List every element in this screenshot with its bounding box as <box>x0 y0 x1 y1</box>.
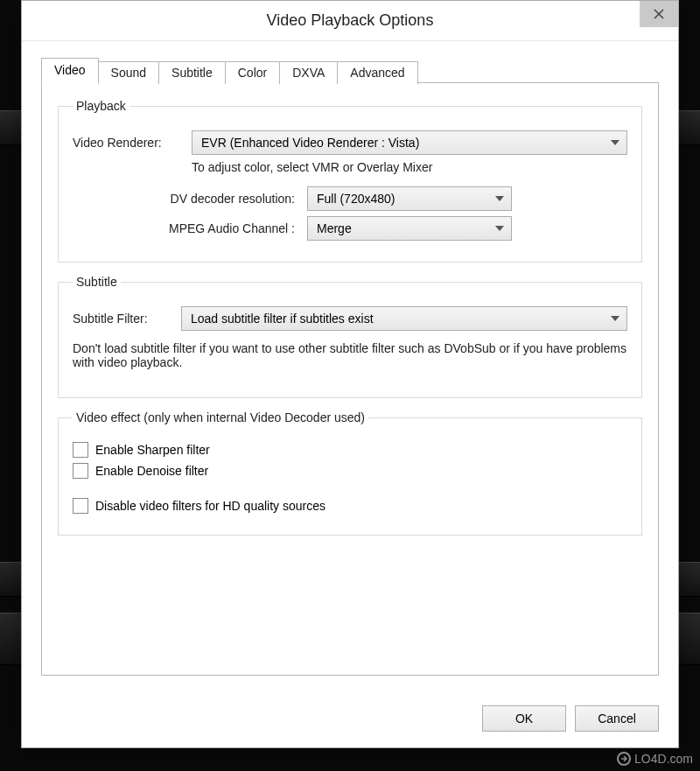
checkbox-label: Disable video filters for HD quality sou… <box>95 499 326 513</box>
titlebar: Video Playback Options <box>22 1 678 41</box>
group-playback: Playback Video Renderer: EVR (Enhanced V… <box>58 99 642 263</box>
close-icon <box>654 9 664 19</box>
tab-advanced[interactable]: Advanced <box>337 61 417 84</box>
chevron-down-icon <box>611 140 620 145</box>
tab-label: Advanced <box>350 66 404 80</box>
button-label: Cancel <box>598 711 636 725</box>
group-video-effect: Video effect (only when internal Video D… <box>58 410 642 536</box>
video-renderer-label: Video Renderer: <box>73 136 185 150</box>
subtitle-filter-select[interactable]: Load subtitle filter if subtitles exist <box>181 306 627 331</box>
checkbox-label: Enable Denoise filter <box>95 464 208 478</box>
tab-color[interactable]: Color <box>225 61 280 84</box>
mpeg-audio-select[interactable]: Merge <box>307 216 512 241</box>
tab-panel-video: Playback Video Renderer: EVR (Enhanced V… <box>41 82 659 676</box>
dialog-content: Video Sound Subtitle Color DXVA Advanced… <box>22 41 678 693</box>
select-value: Load subtitle filter if subtitles exist <box>191 312 374 326</box>
subtitle-filter-label: Subtitle Filter: <box>73 312 174 326</box>
watermark-text: LO4D.com <box>634 752 693 766</box>
select-value: Merge <box>317 221 352 235</box>
group-legend: Playback <box>73 99 130 113</box>
subtitle-note: Don't load subtitle filter if you want t… <box>73 341 627 369</box>
group-legend: Subtitle <box>73 275 121 289</box>
checkbox-row-sharpen[interactable]: Enable Sharpen filter <box>73 442 627 458</box>
mpeg-audio-label: MPEG Audio Channel : <box>123 221 300 235</box>
select-value: EVR (Enhanced Video Renderer : Vista) <box>201 136 419 150</box>
chevron-down-icon <box>495 226 504 231</box>
tab-label: Subtitle <box>172 66 213 80</box>
watermark: LO4D.com <box>617 752 693 766</box>
tab-video[interactable]: Video <box>41 58 99 83</box>
renderer-hint: To adjust color, select VMR or Overlay M… <box>73 160 627 174</box>
checkbox-row-disable-hd[interactable]: Disable video filters for HD quality sou… <box>73 498 627 514</box>
tabstrip: Video Sound Subtitle Color DXVA Advanced <box>41 57 659 82</box>
checkbox-label: Enable Sharpen filter <box>95 443 210 457</box>
tab-sound[interactable]: Sound <box>98 61 159 84</box>
dv-decoder-select[interactable]: Full (720x480) <box>307 186 512 211</box>
chevron-down-icon <box>611 316 620 321</box>
tab-label: Color <box>238 66 267 80</box>
tab-dxva[interactable]: DXVA <box>279 61 338 84</box>
disable-hd-checkbox[interactable] <box>73 498 88 514</box>
chevron-down-icon <box>495 196 504 201</box>
tab-label: Sound <box>111 66 146 80</box>
select-value: Full (720x480) <box>317 192 396 206</box>
ok-button[interactable]: OK <box>482 705 566 732</box>
denoise-checkbox[interactable] <box>73 463 88 479</box>
video-playback-options-dialog: Video Playback Options Video Sound Subti… <box>21 0 679 748</box>
tab-label: DXVA <box>292 66 325 80</box>
watermark-icon <box>617 752 631 766</box>
cancel-button[interactable]: Cancel <box>575 705 659 732</box>
tab-label: Video <box>54 63 86 77</box>
group-subtitle: Subtitle Subtitle Filter: Load subtitle … <box>58 275 642 398</box>
dialog-button-bar: OK Cancel <box>22 693 678 747</box>
button-label: OK <box>515 711 533 725</box>
group-legend: Video effect (only when internal Video D… <box>73 410 368 424</box>
window-title: Video Playback Options <box>267 11 434 30</box>
sharpen-checkbox[interactable] <box>73 442 88 458</box>
dv-decoder-label: DV decoder resolution: <box>123 192 300 206</box>
checkbox-row-denoise[interactable]: Enable Denoise filter <box>73 463 627 479</box>
tab-subtitle[interactable]: Subtitle <box>158 61 226 84</box>
video-renderer-select[interactable]: EVR (Enhanced Video Renderer : Vista) <box>192 130 627 155</box>
close-button[interactable] <box>640 1 678 27</box>
